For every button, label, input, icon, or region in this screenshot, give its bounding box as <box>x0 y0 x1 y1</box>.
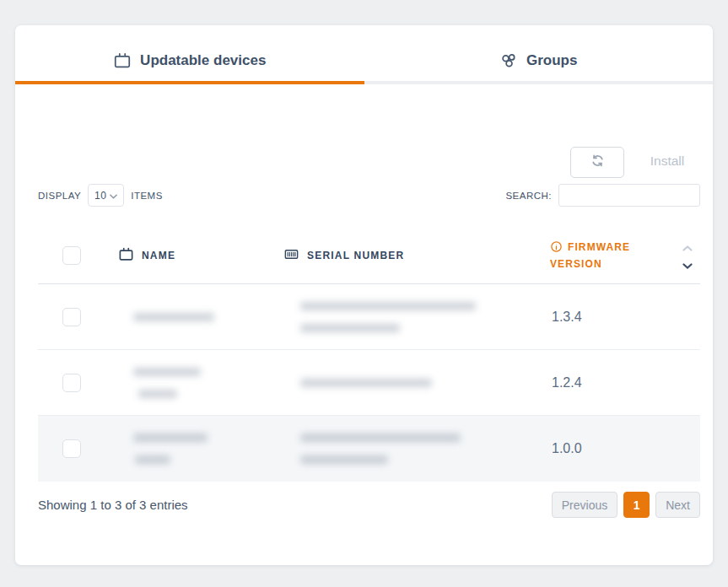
row-checkbox[interactable] <box>62 374 81 392</box>
barcode-icon <box>283 246 299 265</box>
search-control: SEARCH: <box>505 184 700 207</box>
next-page-button[interactable]: Next <box>655 492 700 518</box>
tab-label: Groups <box>526 52 577 69</box>
display-label: DISPLAY <box>38 191 81 201</box>
serial-header-label: SERIAL NUMBER <box>307 250 404 261</box>
device-icon <box>118 246 134 265</box>
previous-page-button[interactable]: Previous <box>552 492 617 518</box>
info-icon <box>550 244 563 256</box>
entries-summary: Showing 1 to 3 of 3 entries <box>38 498 188 512</box>
pagination: Previous 1 Next <box>552 492 700 518</box>
search-input[interactable] <box>558 184 700 207</box>
serial-column-header: SERIAL NUMBER <box>283 246 550 265</box>
name-header-label: NAME <box>142 250 175 261</box>
firmware-version-value: 1.0.0 <box>550 441 675 456</box>
devices-table: NAME SERIAL NUMBER FIRMWARE VERSION <box>38 228 700 482</box>
groups-icon <box>499 51 518 70</box>
select-all-checkbox[interactable] <box>62 246 81 265</box>
table-controls: DISPLAY 10 ITEMS SEARCH: <box>38 184 700 207</box>
row-checkbox[interactable] <box>62 308 81 326</box>
tab-bar: Updatable devices Groups <box>15 25 713 84</box>
redacted-serial-text <box>283 379 550 387</box>
tab-updatable-devices[interactable]: Updatable devices <box>15 25 364 84</box>
redacted-serial-text <box>283 434 550 464</box>
firmware-column-header: FIRMWARE VERSION <box>550 240 653 272</box>
firmware-version-value: 1.2.4 <box>550 375 675 390</box>
redacted-serial-text <box>283 302 550 332</box>
table-row: 1.3.4 <box>38 284 700 350</box>
content-card: Updatable devices Groups Install <box>15 25 713 565</box>
items-label: ITEMS <box>131 191 163 201</box>
row-checkbox[interactable] <box>62 439 81 458</box>
refresh-button[interactable] <box>570 147 624 178</box>
firmware-version-value: 1.3.4 <box>550 310 675 325</box>
page-1-button[interactable]: 1 <box>623 492 650 518</box>
tab-label: Updatable devices <box>140 52 266 69</box>
table-header-row: NAME SERIAL NUMBER FIRMWARE VERSION <box>38 228 700 284</box>
table-row: 1.2.4 <box>38 350 700 416</box>
sort-desc-icon <box>682 257 693 272</box>
install-button[interactable]: Install <box>634 153 701 169</box>
display-count-value: 10 <box>94 190 106 202</box>
tab-groups[interactable]: Groups <box>364 25 714 84</box>
chevron-down-icon <box>110 190 117 202</box>
device-icon <box>113 51 132 70</box>
refresh-icon <box>590 153 605 171</box>
sort-asc-icon <box>682 240 693 255</box>
table-row: 1.0.0 <box>38 416 700 482</box>
redacted-name-text <box>118 434 283 464</box>
search-label: SEARCH: <box>505 191 552 201</box>
redacted-name-text <box>118 368 283 398</box>
sort-control[interactable] <box>675 240 700 272</box>
display-count-control: DISPLAY 10 ITEMS <box>38 184 163 207</box>
name-column-header: NAME <box>118 246 283 265</box>
redacted-name-text <box>118 313 283 321</box>
display-count-select[interactable]: 10 <box>88 184 124 207</box>
